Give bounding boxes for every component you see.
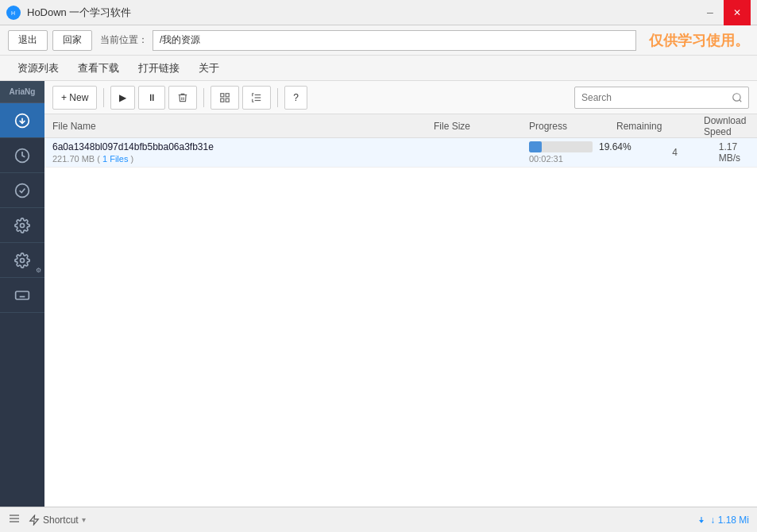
col-header-speed: Download Speed [704,115,749,137]
app-logo: H [6,6,21,20]
sidebar-item-history[interactable] [0,138,44,173]
svg-rect-9 [221,93,224,96]
svg-rect-8 [16,291,29,299]
minimize-button[interactable]: ─ [697,0,724,25]
svg-line-17 [740,99,742,102]
col-header-filesize: File Size [434,121,529,132]
table-header: File Name File Size Progress Remaining D… [44,114,757,138]
files-link[interactable]: 1 Files [102,154,128,164]
search-box [574,87,749,109]
main-layout: AriaNg [0,81,757,507]
col-header-progress: Progress [529,121,616,132]
shortcut-button[interactable]: Shortcut ▾ [29,515,86,526]
svg-point-16 [733,93,740,100]
progress-bar-fill [529,141,542,152]
download-table: 6a0a1348bl097d14bfb5bba06a3fb31e 221.70 … [44,138,757,507]
shortcut-label: Shortcut [43,515,79,526]
pause-button[interactable]: ⏸ [138,86,165,110]
progress-percent: 19.64% [599,141,631,152]
location-label: 当前位置： [100,33,148,47]
sidebar-item-settings[interactable] [0,208,44,243]
location-input[interactable] [153,30,636,51]
sidebar-item-keyboard[interactable] [0,278,44,313]
progress-container: 19.64% 00:02:31 [529,141,631,164]
svg-rect-10 [226,93,230,96]
watermark: 仅供学习使用。 [649,31,749,50]
search-input[interactable] [575,92,726,103]
table-row[interactable]: 6a0a1348bl097d14bfb5bba06a3fb31e 221.70 … [44,138,757,168]
progress-time: 00:02:31 [529,154,631,164]
svg-text:H: H [11,10,15,16]
menu-resources[interactable]: 资源列表 [8,56,68,81]
sidebar: AriaNg [0,81,44,507]
toolbar-separator-2 [203,88,204,107]
toolbar: + New ▶ ⏸ [44,81,757,114]
menu-bar: 资源列表 查看下载 打开链接 关于 [0,56,757,81]
delete-button[interactable] [168,86,197,110]
sort-button[interactable] [242,86,271,110]
menu-open-link[interactable]: 打开链接 [129,56,189,81]
close-button[interactable]: ✕ [724,0,751,25]
download-speed: 1.17 MB/s [719,141,749,164]
menu-downloads[interactable]: 查看下载 [68,56,129,81]
speed-value: ↓ 1.18 Mi [710,515,749,526]
window-controls: ─ ✕ [697,0,751,25]
home-button[interactable]: 回家 [52,30,92,51]
back-button[interactable]: 退出 [8,30,48,51]
file-name: 6a0a1348bl097d14bfb5bba06a3fb31e [52,141,426,152]
menu-about[interactable]: 关于 [189,56,229,81]
svg-rect-12 [226,98,230,102]
view-button[interactable] [210,86,239,110]
sidebar-label: AriaNg [0,81,44,103]
sidebar-item-download[interactable] [0,103,44,138]
help-button[interactable]: ? [284,86,307,110]
col-header-filename: File Name [52,121,434,132]
bottom-menu-icon[interactable] [8,512,21,527]
file-info: 6a0a1348bl097d14bfb5bba06a3fb31e 221.70 … [52,141,434,164]
svg-rect-11 [221,98,224,102]
bottom-bar: Shortcut ▾ ↓ 1.18 Mi [0,507,757,532]
col-header-remaining: Remaining [616,121,704,132]
svg-point-5 [16,183,29,197]
sidebar-item-advanced-settings[interactable]: ⚙ [0,243,44,278]
sidebar-item-completed[interactable] [0,173,44,208]
app-title: HoDown 一个学习软件 [27,6,697,20]
progress-bar-wrapper [529,141,593,152]
title-bar: H HoDown 一个学习软件 ─ ✕ [0,0,757,25]
toolbar-separator-3 [277,88,278,107]
content-area: + New ▶ ⏸ [44,81,757,507]
file-meta: 221.70 MB ( 1 Files ) [52,154,426,164]
svg-point-6 [21,223,25,227]
bottom-speed: ↓ 1.18 Mi [696,515,749,526]
remaining-value: 4 [631,147,719,158]
play-button[interactable]: ▶ [110,86,135,110]
new-button[interactable]: + New [52,86,97,110]
svg-point-7 [21,258,25,262]
search-icon[interactable] [726,87,748,109]
toolbar-separator-1 [103,88,104,107]
top-bar: 退出 回家 当前位置： 仅供学习使用。 [0,25,757,56]
